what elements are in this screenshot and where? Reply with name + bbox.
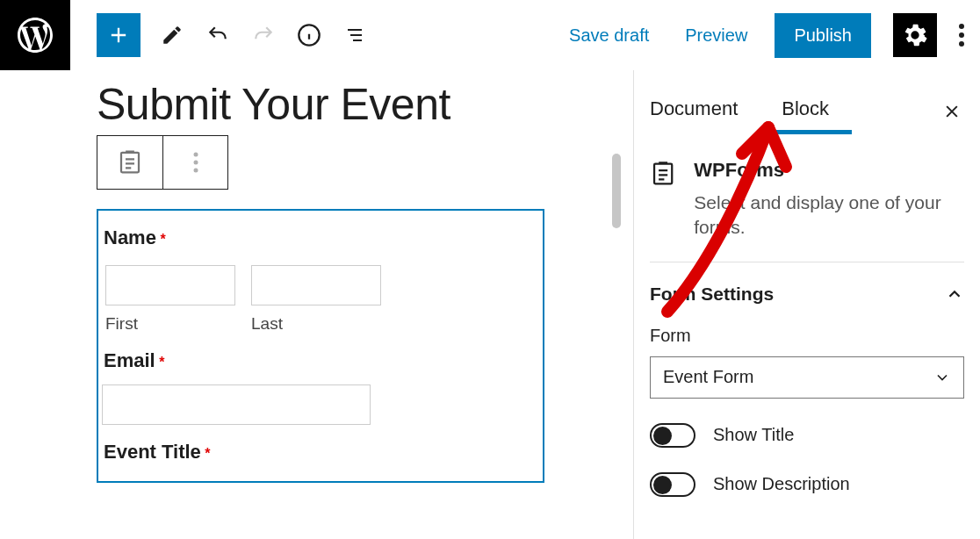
scrollbar-thumb[interactable]	[612, 154, 621, 228]
kebab-icon	[959, 24, 964, 47]
edit-mode-button[interactable]	[158, 21, 186, 49]
left-toolbar	[97, 13, 369, 57]
panel-form-settings-head[interactable]: Form Settings	[650, 284, 964, 305]
preview-button[interactable]: Preview	[669, 17, 763, 54]
toggle-show-title-row: Show Title	[650, 423, 964, 448]
toggle-show-title-label: Show Title	[713, 425, 794, 445]
wordpress-logo[interactable]	[0, 0, 70, 70]
tab-block[interactable]: Block	[782, 97, 847, 131]
kebab-icon	[193, 152, 198, 173]
svg-point-6	[193, 161, 198, 165]
block-info: WPForms Select and display one of your f…	[650, 159, 964, 262]
block-name: WPForms	[694, 159, 964, 182]
svg-point-1	[959, 24, 964, 29]
publish-button[interactable]: Publish	[775, 13, 871, 58]
form-select[interactable]: Event Form	[650, 356, 964, 399]
tab-document[interactable]: Document	[650, 97, 755, 131]
required-mark: *	[160, 232, 165, 247]
svg-point-2	[959, 32, 964, 38]
settings-button[interactable]	[893, 13, 937, 57]
block-toolbar	[97, 135, 228, 190]
panel-title: Form Settings	[650, 284, 774, 305]
svg-point-3	[959, 41, 964, 47]
redo-icon	[252, 24, 275, 47]
field-label-event-title: Event Title	[102, 441, 201, 463]
svg-rect-4	[121, 153, 139, 173]
chevron-down-icon	[933, 369, 951, 386]
wordpress-icon	[14, 14, 56, 56]
form-block-icon	[650, 159, 676, 189]
add-block-button[interactable]	[97, 13, 141, 57]
info-icon	[297, 23, 321, 47]
field-label-email: Email	[102, 349, 155, 371]
pencil-icon	[161, 24, 184, 47]
email-input[interactable]	[102, 384, 371, 425]
sidebar-close-button[interactable]	[940, 103, 964, 126]
field-label-name: Name	[102, 226, 156, 248]
outline-button[interactable]	[341, 21, 369, 49]
field-event-title: Event Title *	[98, 425, 543, 464]
save-draft-button[interactable]: Save draft	[553, 17, 665, 54]
form-preview-block[interactable]: Name * First Last Email *	[97, 209, 544, 483]
svg-point-5	[193, 153, 198, 157]
more-options-button[interactable]	[948, 13, 975, 57]
form-select-label: Form	[650, 326, 964, 346]
form-select-value: Event Form	[663, 367, 753, 387]
chevron-up-icon	[945, 284, 964, 304]
last-sublabel: Last	[251, 314, 381, 334]
block-type-button[interactable]	[97, 136, 162, 189]
list-icon	[344, 25, 365, 46]
redo-button[interactable]	[249, 21, 277, 49]
close-icon	[943, 103, 961, 120]
panel-form-settings-body: Form Event Form Show Title Show Descript…	[650, 326, 964, 497]
toggle-show-title[interactable]	[650, 423, 695, 448]
toggle-show-description[interactable]	[650, 472, 695, 497]
svg-point-7	[193, 169, 198, 173]
svg-rect-8	[654, 164, 672, 184]
right-toolbar: Save draft Preview Publish	[553, 13, 975, 58]
editor-topbar: Save draft Preview Publish	[0, 0, 980, 70]
last-name-input[interactable]	[251, 265, 381, 305]
first-sublabel: First	[105, 314, 235, 334]
required-mark: *	[205, 446, 210, 461]
required-mark: *	[159, 355, 164, 370]
info-button[interactable]	[295, 21, 323, 49]
field-email: Email *	[98, 334, 543, 425]
plus-icon	[106, 23, 131, 47]
page-title[interactable]: Submit Your Event	[97, 79, 633, 130]
undo-icon	[206, 24, 229, 47]
first-name-input[interactable]	[105, 265, 235, 305]
sidebar-tabs: Document Block	[650, 97, 964, 132]
form-block-icon	[117, 149, 143, 176]
block-more-button[interactable]	[162, 136, 227, 189]
gear-icon	[903, 23, 927, 47]
field-name: Name * First Last	[98, 211, 543, 334]
undo-button[interactable]	[204, 21, 232, 49]
toggle-show-description-label: Show Description	[713, 474, 850, 494]
editor-body: Submit Your Event Name * First	[0, 70, 980, 539]
editor-canvas[interactable]: Submit Your Event Name * First	[0, 70, 633, 539]
toggle-show-description-row: Show Description	[650, 472, 964, 497]
settings-sidebar: Document Block WPForms Select and displa…	[633, 70, 980, 539]
block-description: Select and display one of your forms.	[694, 190, 964, 241]
tab-underline	[767, 130, 852, 134]
